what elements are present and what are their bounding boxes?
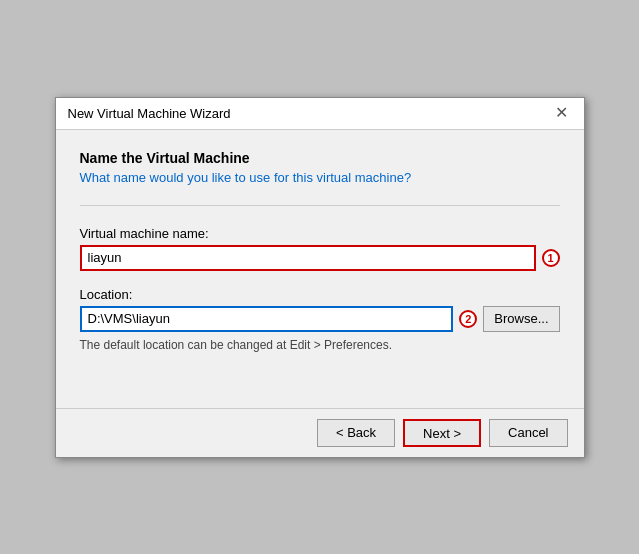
location-group: Location: 2 Browse... The default locati… — [80, 287, 560, 352]
content-area: Name the Virtual Machine What name would… — [56, 130, 584, 388]
dialog-window: New Virtual Machine Wizard ✕ Name the Vi… — [55, 97, 585, 458]
browse-button[interactable]: Browse... — [483, 306, 559, 332]
hint-text: The default location can be changed at E… — [80, 338, 560, 352]
vm-name-label: Virtual machine name: — [80, 226, 560, 241]
watermark-area — [56, 388, 584, 408]
vm-name-badge: 1 — [542, 249, 560, 267]
back-button[interactable]: < Back — [317, 419, 395, 447]
location-row: 2 Browse... — [80, 306, 560, 332]
section-title: Name the Virtual Machine — [80, 150, 560, 166]
close-button[interactable]: ✕ — [551, 103, 572, 123]
location-badge: 2 — [459, 310, 477, 328]
location-label: Location: — [80, 287, 560, 302]
dialog-title: New Virtual Machine Wizard — [68, 106, 231, 121]
divider — [80, 205, 560, 206]
cancel-button[interactable]: Cancel — [489, 419, 567, 447]
title-bar: New Virtual Machine Wizard ✕ — [56, 98, 584, 130]
vm-name-row: 1 — [80, 245, 560, 271]
section-subtitle: What name would you like to use for this… — [80, 170, 560, 185]
location-input[interactable] — [80, 306, 454, 332]
next-button[interactable]: Next > — [403, 419, 481, 447]
vm-name-group: Virtual machine name: 1 — [80, 226, 560, 271]
button-bar: < Back Next > Cancel — [56, 408, 584, 457]
vm-name-input[interactable] — [80, 245, 536, 271]
